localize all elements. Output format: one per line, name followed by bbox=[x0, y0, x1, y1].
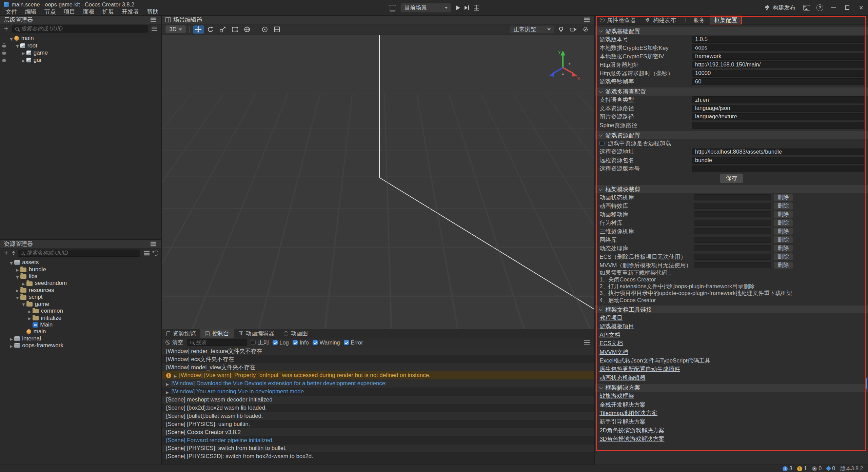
solution-link[interactable]: 新手引导解决方案 bbox=[599, 418, 646, 426]
field-input[interactable]: language/json bbox=[692, 105, 864, 112]
hierarchy-menu-button[interactable] bbox=[150, 16, 157, 23]
expand-arrow-icon[interactable] bbox=[166, 380, 169, 387]
asset-node[interactable]: internal bbox=[0, 335, 161, 342]
doc-link[interactable]: MVVM文档 bbox=[599, 348, 628, 356]
scene-menu-button[interactable] bbox=[583, 16, 591, 23]
lock-icon[interactable] bbox=[2, 59, 6, 62]
console-log-row[interactable]: [Scene] [PHYSICS]: switch from builtin t… bbox=[162, 445, 595, 453]
console-log-row[interactable]: [Window] [Vue warn]: Property "onInput" … bbox=[162, 371, 595, 379]
console-log-row[interactable]: [Scene] [bullet]:bullet wasm lib loaded. bbox=[162, 412, 595, 420]
console-log-row[interactable]: [Window] You are running Vue in developm… bbox=[162, 388, 595, 396]
scale-tool-button[interactable] bbox=[217, 25, 228, 34]
solution-link[interactable]: Tiledmap地图解决方案 bbox=[599, 409, 657, 417]
asset-node[interactable]: seedrandom bbox=[0, 280, 161, 287]
solution-link[interactable]: 2D角色扮演游戏解决方案 bbox=[599, 427, 664, 434]
log-filter-checkbox[interactable]: Log bbox=[273, 339, 289, 346]
hierarchy-search-input[interactable]: 搜索名称或 UUID bbox=[12, 25, 148, 33]
remote-load-checkbox[interactable]: 游戏中资源是否远程加载 bbox=[595, 139, 868, 148]
console-tab[interactable]: 控制台 bbox=[200, 329, 234, 338]
hierarchy-node[interactable]: root bbox=[0, 42, 161, 49]
module-delete-button[interactable]: 删除 bbox=[774, 202, 793, 209]
minimize-button[interactable] bbox=[827, 0, 841, 16]
view-mode-select[interactable]: 正常浏览 bbox=[510, 25, 554, 34]
console-log-row[interactable]: [Scene] [PHYSICS2D]: switch from box2d-w… bbox=[162, 452, 595, 460]
field-input[interactable] bbox=[692, 165, 864, 173]
expand-arrow-icon[interactable] bbox=[166, 388, 169, 395]
scene-selector[interactable]: 当前场景 bbox=[400, 3, 451, 13]
console-tab[interactable]: 资源预览 bbox=[162, 329, 200, 338]
field-input[interactable]: http://localhost:8083/assets/bundle bbox=[692, 149, 864, 156]
console-search-input[interactable]: 搜索 bbox=[187, 339, 247, 346]
refresh-icon[interactable] bbox=[153, 251, 158, 256]
module-delete-button[interactable]: 删除 bbox=[774, 211, 793, 218]
section-header-modules[interactable]: 框架模块裁剪 bbox=[595, 185, 868, 193]
section-header-solutions[interactable]: 框架解决方案 bbox=[595, 384, 868, 392]
status-info-count[interactable]: 3 bbox=[783, 466, 792, 472]
inspector-tab[interactable]: 构建发布 bbox=[640, 16, 681, 25]
expand-arrow-icon[interactable] bbox=[8, 343, 14, 349]
console-options-button[interactable] bbox=[583, 339, 591, 346]
section-header-resource[interactable]: 游戏资源配置 bbox=[595, 131, 868, 139]
module-delete-button[interactable]: 删除 bbox=[774, 194, 793, 201]
rect-tool-button[interactable] bbox=[230, 25, 240, 34]
status-error-count[interactable]: 0 bbox=[812, 466, 822, 472]
console-log-row[interactable]: [Window] ecs文件夹不存在 bbox=[162, 355, 595, 363]
asset-node[interactable]: Main bbox=[0, 321, 161, 328]
scene-light-button[interactable] bbox=[556, 25, 566, 34]
module-delete-button[interactable]: 删除 bbox=[774, 253, 793, 260]
scene-settings-button[interactable] bbox=[580, 25, 591, 34]
dimension-toggle[interactable]: 3D bbox=[165, 25, 186, 33]
status-extra-count[interactable]: 0 bbox=[827, 466, 835, 472]
expand-arrow-icon[interactable] bbox=[14, 274, 20, 279]
asset-node[interactable]: main bbox=[0, 328, 161, 335]
doc-link[interactable]: ECS文档 bbox=[599, 339, 623, 347]
play-button[interactable] bbox=[456, 5, 460, 10]
asset-node[interactable]: common bbox=[0, 308, 161, 314]
snap-toggle-button[interactable] bbox=[272, 25, 282, 34]
doc-link[interactable]: Excel格式转Json文件与TypeScript代码工具 bbox=[599, 357, 710, 365]
log-filter-checkbox[interactable]: Warning bbox=[313, 339, 340, 346]
module-delete-button[interactable]: 删除 bbox=[774, 228, 793, 235]
screenshot-button[interactable] bbox=[800, 0, 813, 16]
create-asset-button[interactable] bbox=[3, 250, 9, 256]
expand-arrow-icon[interactable] bbox=[14, 294, 20, 300]
maximize-button[interactable] bbox=[840, 0, 854, 16]
inspector-scrollbar-thumb[interactable] bbox=[865, 378, 867, 389]
field-input[interactable]: zh,en bbox=[692, 96, 864, 103]
lock-icon[interactable] bbox=[2, 52, 6, 54]
rotate-tool-button[interactable] bbox=[205, 25, 216, 34]
build-publish-button[interactable]: 构建发布 bbox=[760, 0, 800, 16]
expand-arrow-icon[interactable] bbox=[14, 43, 20, 48]
menu-item[interactable]: 面板 bbox=[79, 8, 98, 15]
expand-arrow-icon[interactable] bbox=[8, 36, 14, 41]
module-delete-button[interactable]: 删除 bbox=[774, 245, 793, 252]
module-delete-button[interactable]: 删除 bbox=[774, 262, 793, 269]
expand-arrow-icon[interactable] bbox=[26, 308, 33, 314]
module-delete-button[interactable]: 删除 bbox=[774, 219, 793, 226]
expand-arrow-icon[interactable] bbox=[26, 315, 33, 321]
assets-filter-button[interactable] bbox=[143, 250, 151, 257]
scene-viewport[interactable]: Y X bbox=[162, 35, 595, 329]
expand-arrow-icon[interactable] bbox=[8, 336, 14, 341]
console-log-row[interactable]: [Scene] [box2d]:box2d wasm lib loaded. bbox=[162, 404, 595, 412]
expand-arrow-icon[interactable] bbox=[8, 260, 14, 266]
asset-node[interactable]: resources bbox=[0, 287, 161, 294]
field-input[interactable]: 10000 bbox=[692, 70, 864, 77]
menu-item[interactable]: 开发者 bbox=[118, 8, 143, 15]
asset-node[interactable]: oops-framework bbox=[0, 342, 161, 349]
hierarchy-node[interactable]: gui bbox=[0, 56, 161, 63]
field-input[interactable] bbox=[692, 122, 864, 129]
console-tab[interactable]: 动画编辑器 bbox=[234, 329, 279, 338]
assets-search-input[interactable]: 搜索名称或 UUID bbox=[18, 250, 140, 257]
pivot-toggle-button[interactable] bbox=[259, 25, 270, 34]
expand-arrow-icon[interactable] bbox=[14, 267, 20, 272]
create-node-button[interactable] bbox=[3, 25, 9, 32]
regex-checkbox[interactable]: 正则 bbox=[251, 339, 269, 346]
module-delete-button[interactable]: 删除 bbox=[774, 236, 793, 243]
field-input[interactable]: oops bbox=[692, 44, 864, 52]
menu-item[interactable]: 文件 bbox=[2, 8, 21, 15]
inspector-tab[interactable]: 服务 bbox=[681, 16, 710, 25]
assets-menu-button[interactable] bbox=[150, 241, 157, 248]
expand-arrow-icon[interactable] bbox=[20, 280, 26, 286]
hierarchy-node[interactable]: game bbox=[0, 49, 161, 56]
